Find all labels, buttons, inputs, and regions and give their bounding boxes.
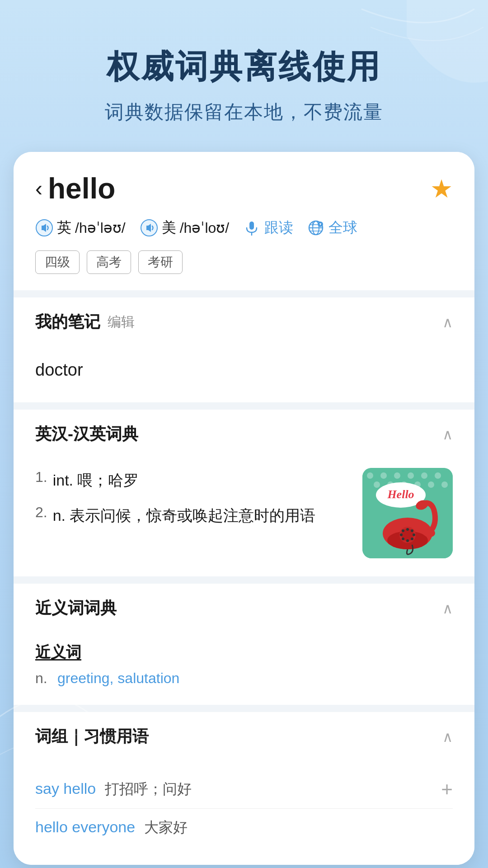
main-card: ‹ hello ★ 英 /həˈləʊ/: [14, 152, 474, 865]
phrases-title: 词组｜习惯用语: [35, 726, 149, 748]
follow-read-label: 跟读: [264, 218, 293, 238]
phrases-content: say hello 打招呼；问好 + hello everyone 大家好: [14, 761, 474, 865]
divider-2: [14, 402, 474, 410]
mic-icon: [244, 220, 260, 236]
follow-read-button[interactable]: 跟读: [244, 218, 293, 238]
svg-point-32: [406, 528, 409, 531]
notes-word-item: doctor: [35, 351, 453, 389]
global-button[interactable]: 全球: [308, 218, 357, 238]
synonym-words[interactable]: greeting, salutation: [57, 670, 179, 686]
divider-3: [14, 576, 474, 584]
svg-point-39: [402, 529, 404, 532]
word-header: ‹ hello ★ 英 /həˈləʊ/: [14, 152, 474, 290]
dict-definitions: 1. int. 喂；哈罗 2. n. 表示问候，惊奇或唤起注意时的用语: [35, 468, 349, 539]
phrase-plus-1[interactable]: +: [441, 779, 453, 799]
notes-title-row: 我的笔记 编辑: [35, 311, 135, 333]
svg-point-37: [402, 538, 404, 540]
dict-illustration: Hello: [362, 468, 453, 558]
pronunciation-row: 英 /həˈləʊ/ 美 /həˈloʊ/: [35, 218, 453, 238]
phrase-cn-2: 大家好: [144, 818, 188, 838]
speaker-en-icon: [35, 219, 53, 237]
phrases-section-header[interactable]: 词组｜习惯用语 ∧: [14, 712, 474, 761]
synonym-chevron-icon: ∧: [442, 600, 453, 617]
pron-us-label: 美: [162, 218, 176, 238]
def-num-2: 2.: [35, 503, 47, 521]
dict-def-2: 2. n. 表示问候，惊奇或唤起注意时的用语: [35, 503, 349, 528]
star-bookmark-icon[interactable]: ★: [430, 174, 453, 203]
notes-section-header[interactable]: 我的笔记 编辑 ∧: [14, 297, 474, 347]
phrase-item-2: hello everyone 大家好: [35, 809, 453, 847]
page-title: 权威词典离线使用: [27, 45, 461, 89]
phrase-item-1: say hello 打招呼；问好 +: [35, 770, 453, 808]
dict-inner: 1. int. 喂；哈罗 2. n. 表示问候，惊奇或唤起注意时的用语: [35, 468, 453, 558]
back-arrow-icon[interactable]: ‹: [35, 178, 42, 199]
phrase-en-1[interactable]: say hello: [35, 780, 96, 797]
notes-chevron-icon: ∧: [442, 314, 453, 331]
notes-content: doctor: [14, 347, 474, 402]
synonym-pos: n.: [35, 670, 55, 686]
pron-english[interactable]: 英 /həˈləʊ/: [35, 218, 126, 238]
notes-edit-button[interactable]: 编辑: [108, 313, 135, 331]
def-text-1: int. 喂；哈罗: [53, 468, 139, 492]
svg-point-33: [411, 529, 413, 532]
pron-us-text: /həˈloʊ/: [180, 219, 229, 236]
phrases-chevron-icon: ∧: [442, 728, 453, 745]
pron-en-label: 英: [57, 218, 71, 238]
notes-title: 我的笔记: [35, 311, 100, 333]
dict-title: 英汉-汉英词典: [35, 423, 138, 445]
synonym-section-header[interactable]: 近义词词典 ∧: [14, 584, 474, 633]
def-text-2: n. 表示问候，惊奇或唤起注意时的用语: [53, 503, 316, 528]
svg-rect-2: [249, 222, 254, 230]
dict-def-1: 1. int. 喂；哈罗: [35, 468, 349, 492]
phrase-en-2[interactable]: hello everyone: [35, 818, 135, 836]
pron-en-text: /həˈləʊ/: [75, 219, 126, 236]
svg-point-35: [411, 538, 413, 540]
hello-phone-svg: Hello: [362, 468, 453, 558]
phrase-row-2: hello everyone 大家好: [35, 818, 453, 838]
exam-tags-row: 四级 高考 考研: [35, 250, 453, 274]
synonym-content: 近义词 n. greeting, salutation: [14, 633, 474, 705]
global-label: 全球: [328, 218, 357, 238]
phrase-cn-1: 打招呼；问好: [105, 779, 192, 799]
def-num-1: 1.: [35, 468, 47, 486]
dict-content: 1. int. 喂；哈罗 2. n. 表示问候，惊奇或唤起注意时的用语: [14, 459, 474, 576]
tag-cet4: 四级: [35, 250, 80, 274]
phrase-row-1: say hello 打招呼；问好: [35, 779, 441, 799]
synonym-entry: n. greeting, salutation: [35, 670, 453, 687]
dict-section-header[interactable]: 英汉-汉英词典 ∧: [14, 410, 474, 459]
svg-point-38: [400, 533, 403, 536]
divider-1: [14, 290, 474, 297]
word-term: hello: [48, 172, 115, 205]
svg-point-34: [413, 533, 415, 536]
pron-american[interactable]: 美 /həˈloʊ/: [140, 218, 229, 238]
divider-4: [14, 705, 474, 712]
word-title-row: ‹ hello ★: [35, 172, 453, 205]
header-section: 权威词典离线使用 词典数据保留在本地，不费流量: [0, 0, 488, 152]
tag-gaokao: 高考: [87, 250, 131, 274]
svg-text:Hello: Hello: [387, 488, 414, 501]
page-subtitle: 词典数据保留在本地，不费流量: [27, 99, 461, 125]
word-back-group: ‹ hello: [35, 172, 115, 205]
synonym-label: 近义词: [35, 642, 453, 663]
speaker-us-icon: [140, 219, 158, 237]
synonym-title: 近义词词典: [35, 597, 117, 619]
tag-kaoyan: 考研: [138, 250, 183, 274]
dict-chevron-icon: ∧: [442, 426, 453, 443]
svg-point-36: [406, 539, 409, 542]
global-icon: [308, 220, 324, 236]
